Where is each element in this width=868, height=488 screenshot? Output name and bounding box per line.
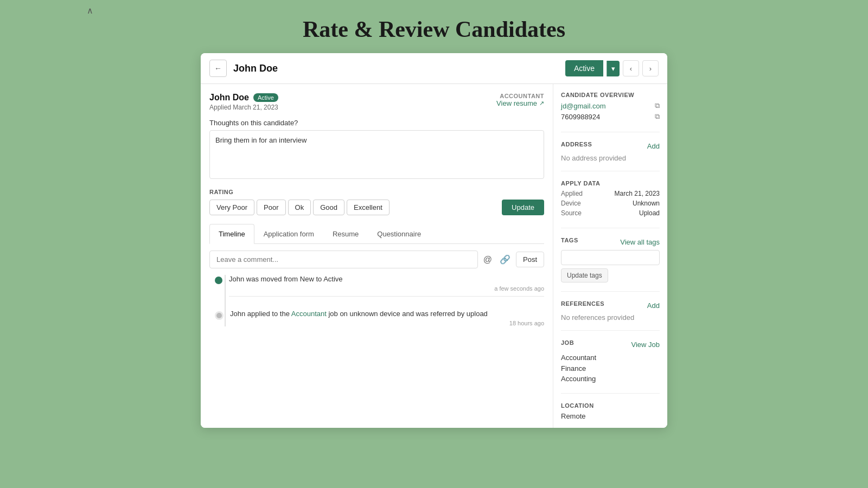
timeline-text-1: John was moved from New to Active [229,275,544,283]
thoughts-section: Thoughts on this candidate? Bring them i… [209,119,544,181]
job-name: Accountant [561,352,660,363]
apply-data-section: APPLY DATA Applied March 21, 2023 Device… [561,180,660,219]
active-status-button[interactable]: Active [565,60,603,76]
rating-row: Very Poor Poor Ok Good Excellent Update [209,200,544,215]
timeline-content-1: John was moved from New to Active a few … [229,275,544,301]
status-dropdown-button[interactable]: ▾ [607,61,620,76]
rating-excellent[interactable]: Excellent [347,200,390,215]
divider-6 [561,393,660,394]
applied-date: Applied March 21, 2023 [209,104,278,111]
apply-data-title: APPLY DATA [561,180,660,187]
timeline-divider [229,296,544,297]
timeline-item-2: John applied to the Accountant job on un… [215,310,544,326]
tags-title: TAGS [561,237,578,243]
accountant-job-link[interactable]: Accountant [291,310,327,318]
tab-questionnaire[interactable]: Questionnaire [368,224,430,244]
left-panel: John Doe Active Applied March 21, 2023 A… [201,84,553,428]
candidate-info-row: John Doe Active Applied March 21, 2023 A… [209,93,544,111]
add-reference-link[interactable]: Add [647,301,660,310]
candidate-name-tag: John Doe Active [209,93,278,102]
candidate-overview-section: CANDIDATE OVERVIEW jd@gmail.com ⧉ 760998… [561,92,660,123]
address-section: ADDRESS Add No address provided [561,141,660,162]
job-category: Accounting [561,374,660,384]
timeline: John was moved from New to Active a few … [209,275,544,326]
job-title-right: ACCOUNTANT View resume [496,93,544,107]
candidate-name-main: John Doe [209,93,249,102]
rating-very-poor[interactable]: Very Poor [209,200,254,215]
header-candidate-name: John Doe [233,63,278,74]
divider-4 [561,291,660,292]
tab-resume[interactable]: Resume [323,224,368,244]
location-value: Remote [561,412,660,420]
divider-1 [561,132,660,132]
job-department: Finance [561,363,660,374]
rating-ok[interactable]: Ok [288,200,311,215]
address-title: ADDRESS [561,141,592,147]
references-section: REFERENCES Add No references provided [561,300,660,322]
tab-timeline[interactable]: Timeline [209,224,254,244]
address-header: ADDRESS Add [561,141,660,151]
main-content: John Doe Active Applied March 21, 2023 A… [201,84,667,428]
rating-label: RATING [209,189,544,195]
update-tags-button[interactable]: Update tags [561,268,608,282]
apply-data-row-device: Device Unknown [561,200,660,207]
applied-label: Applied [561,190,583,197]
location-title: LOCATION [561,402,660,409]
view-resume-link[interactable]: View resume [496,99,544,107]
app-window: ← John Doe Active ▾ ‹ › John Doe Active … [201,53,667,428]
thoughts-textarea[interactable]: Bring them in for an interview [209,130,544,179]
page-title: Rate & Review Candidates [303,16,565,42]
right-panel: CANDIDATE OVERVIEW jd@gmail.com ⧉ 760998… [553,84,667,428]
job-title-label: ACCOUNTANT [496,93,544,99]
contact-phone: 7609988924 [561,113,600,121]
header-left: ← John Doe [209,60,278,77]
tab-application-form[interactable]: Application form [254,224,323,244]
candidate-info-left: John Doe Active Applied March 21, 2023 [209,93,278,111]
job-title-section: JOB [561,339,574,346]
header-right: Active ▾ ‹ › [565,60,659,76]
post-button[interactable]: Post [516,252,544,267]
copy-email-icon[interactable]: ⧉ [655,101,660,110]
divider-3 [561,228,660,228]
rating-good[interactable]: Good [313,200,344,215]
chevron-up-icon: ∧ [87,5,93,16]
rating-section: RATING Very Poor Poor Ok Good Excellent … [209,189,544,215]
view-job-link[interactable]: View Job [631,341,660,349]
link-button[interactable]: 🔗 [497,252,513,267]
thoughts-label: Thoughts on this candidate? [209,119,544,127]
tabs-row: Timeline Application form Resume Questio… [209,224,544,243]
copy-phone-icon[interactable]: ⧉ [655,112,660,121]
apply-data-row-source: Source Upload [561,209,660,217]
active-badge: Active [253,93,278,102]
mention-button[interactable]: @ [481,253,494,267]
contact-email-row: jd@gmail.com ⧉ [561,101,660,110]
job-section: JOB View Job Accountant Finance Accounti… [561,339,660,384]
address-value: No address provided [561,154,660,162]
tags-section: TAGS View all tags Update tags [561,237,660,282]
update-button[interactable]: Update [502,200,544,215]
timeline-text-2: John applied to the Accountant job on un… [230,310,544,318]
rating-poor[interactable]: Poor [257,200,285,215]
tags-header: TAGS View all tags [561,237,660,247]
location-section: LOCATION Remote [561,402,660,420]
comment-area: @ 🔗 Post [209,251,544,268]
tags-input[interactable] [561,250,660,265]
timeline-time-2: 18 hours ago [230,320,544,326]
add-address-link[interactable]: Add [647,142,660,150]
timeline-item-1: John was moved from New to Active a few … [215,275,544,301]
prev-candidate-button[interactable]: ‹ [623,60,639,76]
divider-2 [561,171,660,171]
references-title: REFERENCES [561,300,604,307]
header-bar: ← John Doe Active ▾ ‹ › [201,53,667,84]
contact-email[interactable]: jd@gmail.com [561,102,606,110]
apply-data-row-applied: Applied March 21, 2023 [561,190,660,197]
timeline-dot-green [215,277,222,284]
source-value: Upload [639,209,660,217]
timeline-dot-gray [215,311,224,320]
comment-input[interactable] [209,251,478,268]
view-all-tags-link[interactable]: View all tags [620,238,660,246]
device-label: Device [561,200,581,207]
back-button[interactable]: ← [209,60,227,77]
next-candidate-button[interactable]: › [642,60,659,76]
divider-5 [561,330,660,331]
